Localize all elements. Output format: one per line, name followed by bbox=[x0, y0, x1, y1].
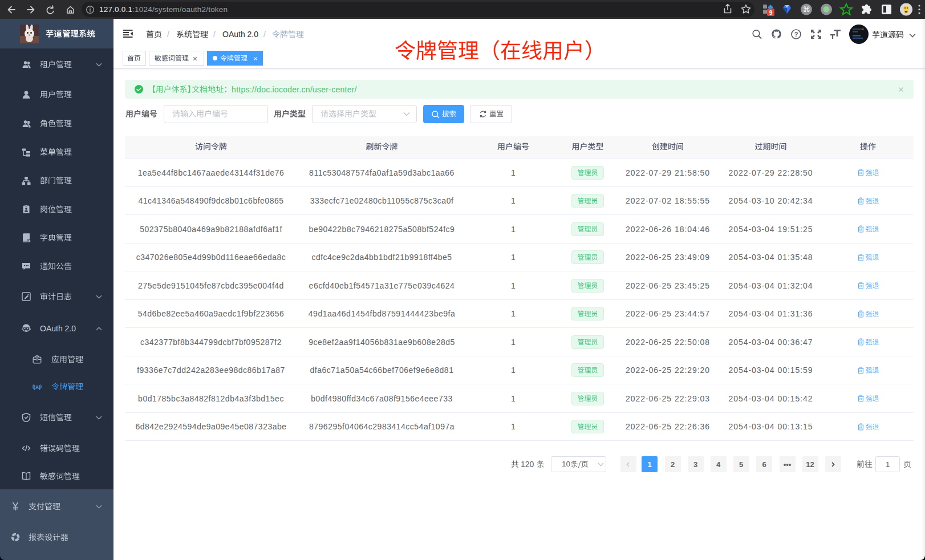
svg-text:?: ? bbox=[794, 31, 798, 38]
svg-text:9: 9 bbox=[769, 10, 773, 16]
svg-text:⌘: ⌘ bbox=[803, 5, 810, 14]
svg-text:(A): (A) bbox=[34, 384, 40, 390]
